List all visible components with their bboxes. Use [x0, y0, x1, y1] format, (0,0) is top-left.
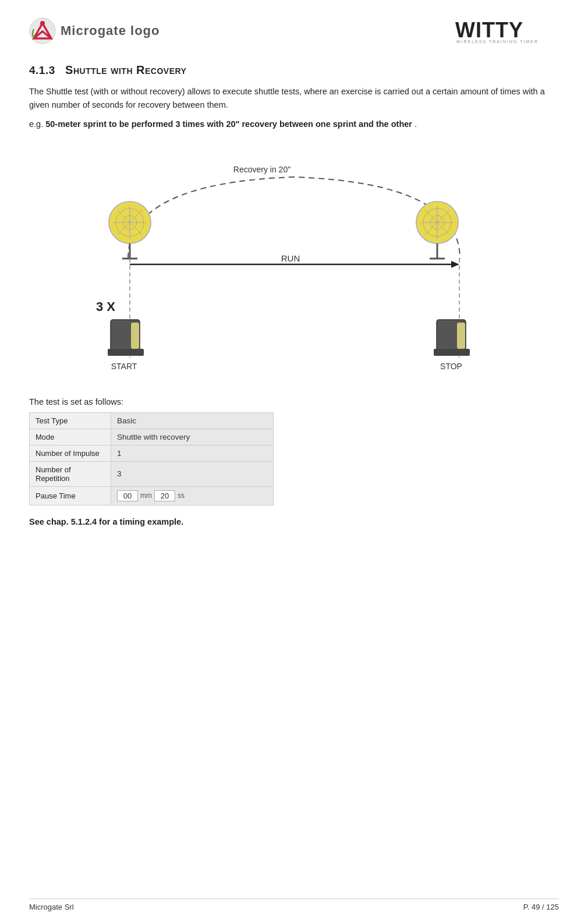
svg-text:WITTY: WITTY [455, 18, 523, 42]
left-gate [108, 320, 144, 356]
section-number: 4.1.3 [29, 64, 55, 76]
intro-paragraph: The Shuttle test (with or without recove… [29, 85, 559, 112]
svg-text:WIRELESS  TRAINING  TIMER: WIRELESS TRAINING TIMER [456, 40, 539, 44]
page-footer: Microgate Srl P. 49 / 125 [29, 899, 559, 911]
svg-rect-33 [108, 349, 144, 356]
microgate-icon [29, 17, 56, 44]
label-number-repetition: Number of Repetition [30, 461, 111, 486]
example-suffix: . [415, 119, 417, 129]
label-number-impulse: Number of Impulse [30, 445, 111, 461]
svg-rect-32 [131, 323, 139, 349]
table-row: Test Type Basic [30, 412, 274, 429]
svg-text:STOP: STOP [440, 362, 462, 371]
label-mode: Mode [30, 429, 111, 445]
table-row: Number of Impulse 1 [30, 445, 274, 461]
diagram-svg: Recovery in 20" [73, 142, 515, 387]
svg-point-2 [40, 21, 45, 26]
pause-mm-value: 00 [117, 490, 138, 501]
value-number-impulse: 1 [111, 445, 274, 461]
example-prefix: e.g. [29, 119, 45, 129]
right-gate [434, 320, 470, 356]
settings-table: Test Type Basic Mode Shuttle with recove… [29, 412, 274, 505]
pause-mm-label: mm [140, 491, 152, 500]
footer-company: Microgate Srl [29, 903, 74, 911]
label-test-type: Test Type [30, 412, 111, 429]
pause-ss-label: ss [178, 491, 185, 500]
section-title-text: Shuttle with Recovery [65, 63, 186, 76]
table-row: Number of Repetition 3 [30, 461, 274, 486]
svg-marker-28 [451, 261, 459, 268]
value-mode: Shuttle with recovery [111, 429, 274, 445]
table-row: Mode Shuttle with recovery [30, 429, 274, 445]
microgate-logo: Microgate logo [29, 17, 160, 44]
right-sensor [416, 201, 458, 259]
svg-rect-36 [457, 323, 465, 349]
witty-svg: WITTY WIRELESS TRAINING TIMER [454, 17, 559, 44]
svg-text:3 X: 3 X [96, 299, 115, 314]
example-bold: 50-meter sprint to be performed 3 times … [45, 119, 412, 129]
witty-logo: WITTY WIRELESS TRAINING TIMER [454, 17, 559, 46]
pause-time-cell: 00 mm 20 ss [117, 490, 267, 501]
label-pause-time: Pause Time [30, 486, 111, 505]
page-header: Microgate logo WITTY WIRELESS TRAINING T… [29, 17, 559, 46]
microgate-text: Microgate logo [61, 23, 160, 38]
page: Microgate logo WITTY WIRELESS TRAINING T… [0, 0, 588, 573]
value-pause-time: 00 mm 20 ss [111, 486, 274, 505]
see-chapter-text: See chap. 5.1.2.4 for a timing example. [29, 517, 559, 526]
recovery-label: Recovery in 20" [233, 165, 291, 174]
diagram-container: Recovery in 20" [73, 142, 515, 387]
table-row: Pause Time 00 mm 20 ss [30, 486, 274, 505]
test-is-set-text: The test is set as follows: [29, 397, 559, 406]
svg-rect-37 [434, 349, 470, 356]
left-sensor [109, 201, 151, 259]
svg-text:RUN: RUN [281, 253, 300, 263]
svg-text:START: START [111, 362, 137, 371]
pause-ss-value: 20 [154, 490, 175, 501]
value-number-repetition: 3 [111, 461, 274, 486]
footer-page: P. 49 / 125 [523, 903, 559, 911]
section-title: 4.1.3 Shuttle with Recovery [29, 63, 559, 77]
value-test-type: Basic [111, 412, 274, 429]
example-line: e.g. 50-meter sprint to be performed 3 t… [29, 118, 559, 131]
